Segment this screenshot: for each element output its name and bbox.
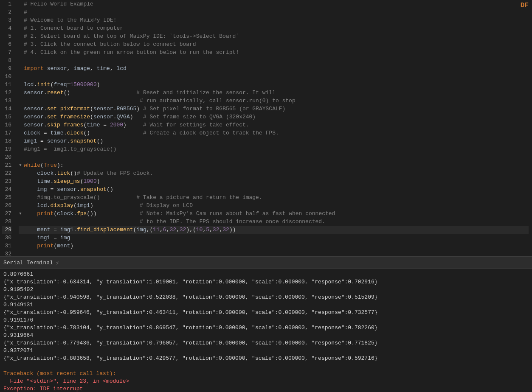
terminal-line: 0.8976661 <box>3 271 529 278</box>
line-number: 6 <box>2 40 11 48</box>
line-number: 5 <box>2 32 11 40</box>
terminal-line: Traceback (most recent call last): <box>3 370 529 378</box>
terminal-line: {"x_translation":-0.783104, "y_translati… <box>3 324 529 332</box>
code-line: #img.to_grayscale() # Take a picture and… <box>19 193 529 202</box>
line-number: 8 <box>2 56 11 64</box>
code-line: ▾ print(clock.fps()) # Note: MaixPy's Ca… <box>19 210 529 218</box>
terminal-line: {"x_translation":-0.779436, "y_translati… <box>3 339 529 347</box>
line-number: 9 <box>2 64 11 73</box>
terminal-line: {"x_translation":-0.959646, "y_translati… <box>3 309 529 316</box>
terminal-line: {"x_translation":-0.634314, "y_translati… <box>3 278 529 286</box>
terminal-panel: Serial Terminal ⚡ 0.8976661{"x_translati… <box>0 256 532 392</box>
line-number: 32 <box>2 250 11 256</box>
line-number: 11 <box>2 81 11 89</box>
code-line <box>19 153 529 161</box>
code-line: clock.tick()# Update the FPS clock. <box>19 169 529 177</box>
code-line: # Welcome to the MaixPy IDE! <box>19 16 529 24</box>
terminal-line: 0.9195402 <box>3 286 529 294</box>
line-number: 28 <box>2 218 11 226</box>
terminal-content[interactable]: 0.8976661{"x_translation":-0.634314, "y_… <box>0 269 532 392</box>
code-line: ▾while(True): <box>19 161 529 169</box>
code-line: lcd.init(freq=15000000) <box>19 81 529 89</box>
code-line: # 4. Click on the green run arrow button… <box>19 48 529 56</box>
terminal-line: 0.9319664 <box>3 332 529 339</box>
line-number: 3 <box>2 16 11 24</box>
line-number: 2 <box>2 8 11 16</box>
terminal-line: 0.9191176 <box>3 316 529 324</box>
code-line: sensor.skip_frames(time = 2000) # Wait f… <box>19 121 529 129</box>
code-line <box>19 250 529 256</box>
terminal-line: 0.9372071 <box>3 347 529 355</box>
code-line: # 2. Select board at the top of MaixPy I… <box>19 32 529 40</box>
line-number: 31 <box>2 242 11 250</box>
code-line: sensor.reset() # Reset and initialize th… <box>19 89 529 97</box>
code-line <box>19 73 529 81</box>
line-number: 10 <box>2 73 11 81</box>
line-number: 22 <box>2 169 11 177</box>
line-number: 20 <box>2 153 11 161</box>
terminal-icon: ⚡ <box>56 259 59 266</box>
code-line: import sensor, image, time, lcd <box>19 64 529 73</box>
code-line: # Hello World Example <box>19 0 529 8</box>
line-number: 24 <box>2 185 11 193</box>
line-number: 16 <box>2 121 11 129</box>
terminal-line: {"x_translation":-0.940598, "y_translati… <box>3 294 529 301</box>
code-line: sensor.set_pixformat(sensor.RGB565) # Se… <box>19 105 529 113</box>
line-number: 26 <box>2 202 11 210</box>
code-line: # to the IDE. The FPS should increase on… <box>19 218 529 226</box>
code-line: # run automatically, call sensor.run(0) … <box>19 97 529 105</box>
editor-area: 1234567891011121314151617181920212223242… <box>0 0 532 256</box>
terminal-line: Exception: IDE interrupt <box>3 385 529 392</box>
terminal-line: 0.9149131 <box>3 301 529 309</box>
code-line: img1 = sensor.snapshot() <box>19 137 529 145</box>
line-number: 23 <box>2 177 11 185</box>
code-line: time.sleep_ms(1000) <box>19 177 529 185</box>
line-number: 18 <box>2 137 11 145</box>
line-number: 21 <box>2 161 11 169</box>
df-badge: DF <box>521 2 529 9</box>
code-line: # 3. Click the connect button below to c… <box>19 40 529 48</box>
line-number: 17 <box>2 129 11 137</box>
line-number: 30 <box>2 234 11 242</box>
line-number: 25 <box>2 193 11 202</box>
line-number: 14 <box>2 105 11 113</box>
line-number: 29 <box>2 226 11 234</box>
code-line: print(ment) <box>19 242 529 250</box>
line-number: 13 <box>2 97 11 105</box>
line-number: 15 <box>2 113 11 121</box>
line-number: 7 <box>2 48 11 56</box>
line-number: 27 <box>2 210 11 218</box>
code-area[interactable]: # Hello World Example # # Welcome to the… <box>15 0 532 256</box>
terminal-line: File "<stdin>", line 23, in <module> <box>3 378 529 385</box>
code-line: ment = img1.find_displacement(img,(11,6,… <box>19 226 529 234</box>
terminal-header: Serial Terminal ⚡ <box>0 257 532 269</box>
code-line: # <box>19 8 529 16</box>
code-line: img1 = img <box>19 234 529 242</box>
code-line: # 1. Conenct board to computer <box>19 24 529 32</box>
code-line: sensor.set_framesize(sensor.QVGA) # Set … <box>19 113 529 121</box>
line-numbers: 1234567891011121314151617181920212223242… <box>0 0 15 256</box>
terminal-tab[interactable]: Serial Terminal <box>3 260 53 266</box>
line-number: 1 <box>2 0 11 8</box>
code-line: clock = time.clock() # Create a clock ob… <box>19 129 529 137</box>
line-number: 19 <box>2 145 11 153</box>
code-line <box>19 56 529 64</box>
line-number: 12 <box>2 89 11 97</box>
terminal-line <box>3 362 529 370</box>
terminal-line: {"x_translation":-0.803658, "y_translati… <box>3 355 529 362</box>
line-number: 4 <box>2 24 11 32</box>
code-line: lcd.display(img1) # Display on LCD <box>19 202 529 210</box>
code-line: img = sensor.snapshot() <box>19 185 529 193</box>
code-line: #img1 = img1.to_grayscale() <box>19 145 529 153</box>
